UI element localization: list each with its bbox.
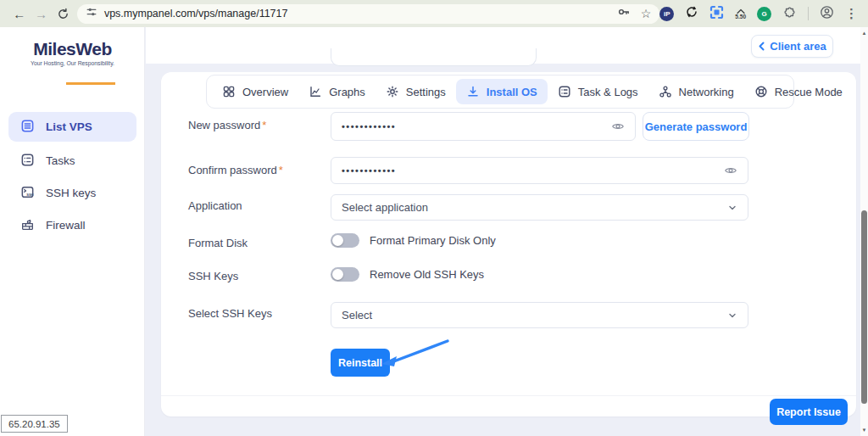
saved-password-key-icon[interactable] bbox=[617, 5, 631, 22]
tab-label: Settings bbox=[406, 86, 446, 98]
show-password-icon[interactable] bbox=[724, 164, 737, 177]
url-text[interactable]: vps.mympanel.com/vps/manage/11717 bbox=[104, 8, 617, 20]
sidebar-item-label: Firewall bbox=[46, 219, 86, 232]
list-vps-icon bbox=[20, 119, 35, 136]
annotation-arrow-icon bbox=[380, 338, 452, 370]
screenshot-extension-icon[interactable] bbox=[709, 5, 724, 23]
tab-rescue-mode[interactable]: Rescue Mode bbox=[744, 79, 853, 104]
price-badge: 5.50 bbox=[735, 14, 746, 20]
toolbar-separator bbox=[808, 7, 809, 20]
select-ssh-keys-select[interactable]: Select bbox=[331, 302, 748, 328]
install-os-panel: Overview Graphs Settings Install OS Task… bbox=[161, 72, 856, 416]
select-placeholder: Select bbox=[342, 309, 372, 321]
label-text: Confirm password bbox=[188, 164, 277, 176]
forward-icon[interactable]: → bbox=[31, 7, 53, 21]
label-text: New password bbox=[188, 119, 260, 131]
site-info-icon[interactable] bbox=[86, 6, 97, 21]
firewall-icon bbox=[20, 217, 35, 234]
tab-install-os[interactable]: Install OS bbox=[456, 79, 548, 104]
sidebar-item-label: Tasks bbox=[46, 154, 75, 167]
application-select[interactable]: Select application bbox=[331, 194, 748, 221]
tab-label: Rescue Mode bbox=[775, 86, 843, 98]
sidebar-item-label: List VPS bbox=[46, 120, 92, 133]
tasks-icon bbox=[20, 153, 35, 170]
chevron-down-icon bbox=[727, 310, 737, 321]
scrollbar-thumb[interactable] bbox=[861, 210, 867, 404]
sidebar: MilesWeb Your Hosting, Our Responsibilit… bbox=[0, 27, 145, 436]
tab-graphs[interactable]: Graphs bbox=[298, 79, 376, 104]
ssh-keys-toggle[interactable] bbox=[331, 267, 359, 282]
sidebar-item-ssh-keys[interactable]: SSH SSH keys bbox=[8, 178, 136, 208]
scroll-up-icon[interactable]: ▲ bbox=[860, 31, 868, 36]
browser-toolbar: ← → vps.mympanel.com/vps/manage/11717 ☆ … bbox=[0, 0, 868, 27]
ssh-keys-icon: SSH bbox=[20, 185, 35, 202]
svg-text:SSH: SSH bbox=[26, 192, 33, 196]
bookmark-star-icon[interactable]: ☆ bbox=[641, 7, 652, 20]
format-disk-toggle[interactable] bbox=[331, 233, 359, 248]
tab-settings[interactable]: Settings bbox=[376, 79, 456, 104]
tab-label: Graphs bbox=[329, 86, 365, 98]
sidebar-item-tasks[interactable]: Tasks bbox=[8, 146, 136, 176]
tab-label: Networking bbox=[679, 86, 734, 98]
toggle-knob bbox=[332, 235, 343, 246]
client-area-label: Client area bbox=[770, 40, 826, 53]
profile-icon[interactable] bbox=[820, 5, 834, 23]
tab-label: Overview bbox=[242, 86, 288, 98]
sync-extension-icon[interactable] bbox=[685, 5, 698, 22]
toggle-knob bbox=[332, 269, 343, 280]
sidebar-item-label: SSH keys bbox=[46, 187, 96, 199]
format-disk-label: Format Disk bbox=[188, 237, 248, 249]
extension-area: iP 5.50 G ⋮ bbox=[659, 5, 860, 23]
logo-underline bbox=[66, 82, 115, 85]
ssh-keys-toggle-label: Remove Old SSH Keys bbox=[370, 267, 484, 282]
ip-extension-icon[interactable]: iP bbox=[659, 7, 674, 21]
url-bar[interactable]: vps.mympanel.com/vps/manage/11717 ☆ bbox=[77, 4, 659, 24]
select-placeholder: Select application bbox=[342, 201, 428, 214]
logo[interactable]: MilesWeb Your Hosting, Our Responsibilit… bbox=[0, 39, 145, 66]
sidebar-item-list-vps[interactable]: List VPS bbox=[8, 112, 136, 142]
ssh-keys-label: SSH Keys bbox=[188, 270, 238, 282]
tab-label: Task & Logs bbox=[578, 86, 638, 98]
application-label: Application bbox=[188, 199, 242, 212]
status-bar-tooltip: 65.20.91.35 bbox=[1, 415, 68, 433]
client-area-button[interactable]: Client area bbox=[751, 35, 833, 58]
browser-menu-icon[interactable]: ⋮ bbox=[845, 6, 858, 21]
confirm-password-label: Confirm password* bbox=[188, 164, 283, 176]
page-scrollbar[interactable]: ▲ ▼ bbox=[860, 27, 868, 436]
tab-overview[interactable]: Overview bbox=[212, 79, 298, 104]
required-mark: * bbox=[262, 119, 266, 131]
scroll-down-icon[interactable]: ▼ bbox=[860, 428, 868, 433]
report-issue-button[interactable]: Report Issue bbox=[770, 399, 848, 425]
generate-password-button[interactable]: Generate password bbox=[643, 112, 749, 141]
vps-tabbar: Overview Graphs Settings Install OS Task… bbox=[206, 75, 794, 109]
show-password-icon[interactable] bbox=[611, 120, 625, 133]
extensions-puzzle-icon[interactable] bbox=[782, 5, 797, 23]
logo-text: MilesWeb bbox=[0, 39, 145, 59]
sidebar-item-firewall[interactable]: Firewall bbox=[8, 210, 136, 240]
price-tracker-extension-icon[interactable]: 5.50 bbox=[735, 8, 746, 20]
logo-tagline: Your Hosting, Our Responsibility. bbox=[0, 60, 145, 66]
tab-networking[interactable]: Networking bbox=[648, 79, 744, 104]
confirm-password-input[interactable]: •••••••••••• bbox=[331, 157, 748, 184]
chevron-down-icon bbox=[727, 203, 737, 213]
card-footer-divider bbox=[161, 395, 856, 396]
back-icon[interactable]: ← bbox=[8, 7, 31, 21]
screen: ← → vps.mympanel.com/vps/manage/11717 ☆ … bbox=[0, 0, 868, 436]
reinstall-button[interactable]: Reinstall bbox=[331, 349, 390, 377]
grammar-extension-icon[interactable]: G bbox=[757, 7, 771, 21]
tab-label: Install OS bbox=[487, 86, 537, 98]
scrolled-field-remnant bbox=[331, 48, 537, 66]
reload-icon[interactable] bbox=[52, 8, 74, 20]
tab-task-logs[interactable]: Task & Logs bbox=[548, 79, 648, 104]
new-password-input[interactable]: •••••••••••• bbox=[331, 112, 636, 141]
password-value: •••••••••••• bbox=[342, 165, 396, 176]
new-password-label: New password* bbox=[188, 119, 266, 131]
required-mark: * bbox=[279, 164, 283, 176]
format-disk-toggle-label: Format Primary Disk Only bbox=[370, 233, 496, 248]
password-value: •••••••••••• bbox=[342, 121, 396, 131]
select-ssh-keys-label: Select SSH Keys bbox=[188, 307, 272, 320]
